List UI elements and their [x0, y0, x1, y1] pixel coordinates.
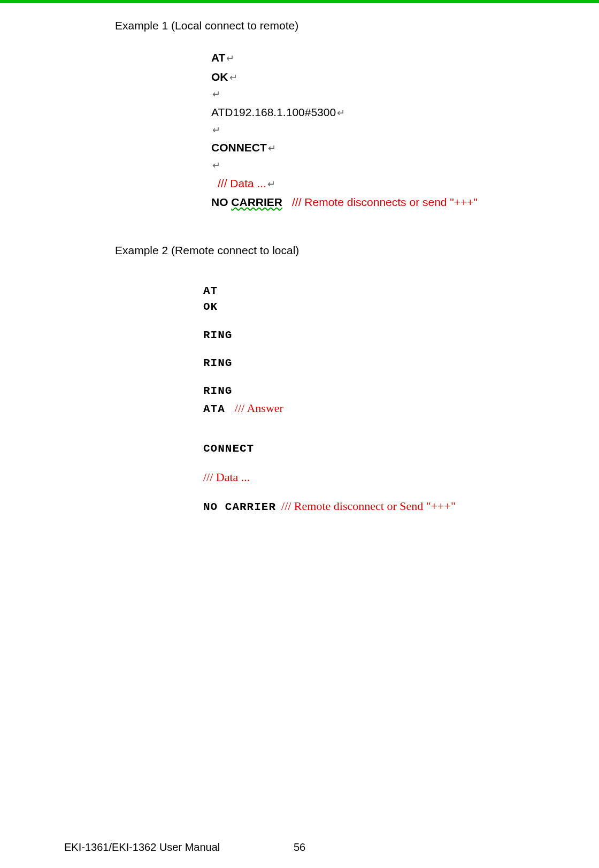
ex1-line-data: /// Data ... ↵ [218, 174, 599, 193]
ex1-line-blank2: ↵ [211, 122, 599, 139]
cr-icon: ↵ [337, 105, 345, 121]
cr-icon: ↵ [229, 70, 237, 86]
ex1-nocarrier: NO CARRIER [211, 193, 282, 212]
cr-icon: ↵ [212, 86, 220, 103]
ex2-at: AT [203, 284, 218, 299]
ex2-line-ring2: RING [203, 356, 599, 371]
ex2-line-data: /// Data ... [203, 469, 599, 485]
ex2-connect: CONNECT [203, 441, 254, 456]
ex2-ata-note: /// Answer [235, 400, 283, 416]
ex2-ring: RING [203, 384, 232, 399]
example2-block: AT OK RING RING RING ATA /// Answer CONN… [203, 284, 599, 515]
footer-manual-title: EKI-1361/EKI-1362 User Manual [64, 841, 220, 854]
page-content: Example 1 (Local connect to remote) AT ↵… [0, 3, 599, 515]
cr-icon: ↵ [226, 50, 234, 67]
ex2-nocarrier: NO CARRIER [203, 500, 276, 515]
ex1-line-dial: ATD192.168.1.100#5300 ↵ [211, 103, 599, 122]
ex2-line-ring1: RING [203, 328, 599, 343]
ex1-line-ok: OK ↵ [211, 67, 599, 87]
ex1-at: AT [211, 48, 225, 67]
footer-page-number: 56 [294, 841, 305, 854]
ex2-data: /// Data ... [203, 469, 250, 485]
cr-icon: ↵ [267, 176, 275, 193]
ex1-nocarrier-note: /// Remote disconnects or send "+++" [292, 193, 478, 212]
ex2-line-nocarrier: NO CARRIER /// Remote disconnect or Send… [203, 498, 599, 515]
ex2-nocarrier-note: /// Remote disconnect or Send "+++" [281, 498, 456, 514]
cr-icon: ↵ [268, 140, 276, 157]
ex1-line-at: AT ↵ [211, 48, 599, 67]
ex1-dial: ATD192.168.1.100#5300 [211, 103, 336, 122]
ex2-line-ata: ATA /// Answer [203, 400, 599, 417]
ex1-connect: CONNECT [211, 138, 267, 157]
ex1-line-blank3: ↵ [211, 157, 599, 174]
example2-heading: Example 2 (Remote connect to local) [115, 244, 599, 257]
ex1-data: /// Data ... [218, 174, 266, 193]
ex2-ok: OK [203, 300, 218, 315]
ex2-ata: ATA [203, 402, 225, 417]
ex1-line-nocarrier: NO CARRIER /// Remote disconnects or sen… [211, 193, 599, 212]
cr-icon: ↵ [212, 122, 220, 139]
ex1-line-connect: CONNECT ↵ [211, 138, 599, 157]
example1-block: AT ↵ OK ↵ ↵ ATD192.168.1.100#5300 ↵ ↵ CO… [211, 48, 599, 212]
ex2-ring: RING [203, 328, 232, 343]
ex2-line-ok: OK [203, 300, 599, 315]
example1-heading: Example 1 (Local connect to remote) [115, 19, 599, 32]
ex2-line-connect: CONNECT [203, 441, 599, 456]
ex1-ok: OK [211, 67, 228, 87]
ex2-line-at: AT [203, 284, 599, 299]
ex1-carrier-word: CARRIER [231, 196, 282, 208]
cr-icon: ↵ [212, 157, 220, 174]
ex2-line-ring3: RING [203, 384, 599, 399]
ex1-line-blank1: ↵ [211, 86, 599, 103]
ex2-ring: RING [203, 356, 232, 371]
